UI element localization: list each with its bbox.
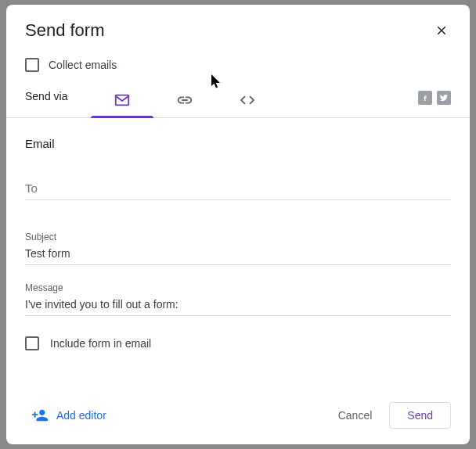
twitter-icon: [439, 93, 449, 102]
subject-field-group: Subject: [6, 232, 470, 265]
link-icon: [176, 92, 193, 109]
close-button[interactable]: [432, 21, 451, 40]
message-field-group: Message: [6, 282, 470, 316]
social-share: [418, 91, 451, 113]
email-section-title: Email: [6, 118, 470, 150]
dialog-title: Send form: [25, 20, 105, 41]
send-form-dialog: Send form Collect emails Send via Email: [6, 5, 470, 444]
close-icon: [435, 23, 449, 38]
to-input[interactable]: [25, 178, 451, 200]
collect-emails-checkbox[interactable]: [25, 58, 39, 72]
subject-label: Subject: [25, 232, 451, 242]
tab-embed[interactable]: [216, 86, 279, 117]
dialog-header: Send form: [6, 5, 470, 47]
add-editor-label: Add editor: [56, 409, 106, 422]
send-button[interactable]: Send: [389, 402, 451, 429]
include-form-label: Include form in email: [50, 337, 151, 350]
dialog-footer: Add editor Cancel Send: [6, 390, 470, 444]
code-icon: [239, 92, 256, 109]
include-form-checkbox[interactable]: [25, 336, 39, 350]
twitter-share[interactable]: [437, 91, 451, 105]
add-editor-button[interactable]: Add editor: [31, 407, 106, 424]
collect-emails-label: Collect emails: [49, 59, 117, 71]
include-form-row: Include form in email: [6, 316, 470, 350]
collect-emails-row: Collect emails: [6, 47, 470, 78]
cancel-button[interactable]: Cancel: [335, 403, 376, 428]
footer-actions: Cancel Send: [335, 402, 451, 429]
to-field-group: [6, 178, 470, 200]
facebook-icon: [421, 93, 429, 102]
subject-input[interactable]: [25, 242, 451, 265]
mail-icon: [114, 92, 131, 109]
tab-email[interactable]: [91, 86, 153, 117]
tab-link[interactable]: [153, 86, 216, 117]
send-via-tabs: Send via: [6, 78, 470, 118]
message-label: Message: [25, 282, 451, 293]
facebook-share[interactable]: [418, 91, 432, 105]
person-add-icon: [31, 407, 49, 424]
message-input[interactable]: [25, 293, 451, 316]
send-via-label: Send via: [25, 90, 67, 113]
